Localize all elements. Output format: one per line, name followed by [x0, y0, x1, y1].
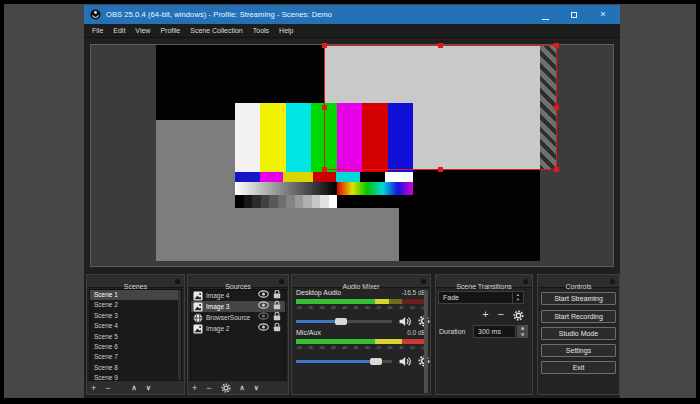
menu-item[interactable]: Scene Collection — [185, 24, 248, 38]
selection-handle[interactable] — [438, 167, 443, 172]
mixer-channel: Mic/Aux 0.0 dB -60 -55 -50 -45 -40 — [296, 329, 426, 368]
scene-list-item[interactable]: Scene 4 — [90, 321, 181, 331]
visibility-eye-icon[interactable] — [258, 312, 269, 323]
start-streaming-button[interactable]: Start Streaming — [541, 292, 616, 305]
selection-handle[interactable] — [322, 43, 327, 48]
title-bar[interactable]: OBS 25.0.4 (64-bit, windows) - Profile: … — [84, 5, 620, 24]
scene-list-item[interactable]: Scene 5 — [90, 332, 181, 342]
selection-handle[interactable] — [438, 43, 443, 48]
smpte-castellation-segment — [313, 172, 336, 182]
controls-header[interactable]: Controls — [538, 275, 619, 288]
start-recording-button[interactable]: Start Recording — [541, 310, 616, 323]
meter-dim-overlay — [389, 299, 424, 304]
remove-scene-button[interactable]: − — [105, 381, 110, 395]
scene-list-item[interactable]: Scene 3 — [90, 311, 181, 321]
smpte-gray-step — [269, 195, 278, 208]
source-color-bars-image[interactable] — [235, 103, 413, 208]
scene-move-down-button[interactable]: ∨ — [146, 381, 151, 395]
smpte-gray-step — [303, 195, 312, 208]
smpte-grayscale-gradient — [235, 182, 337, 195]
add-source-button[interactable]: + — [192, 381, 197, 395]
menu-item[interactable]: Tools — [248, 24, 274, 38]
scene-list-item[interactable]: Scene 6 — [90, 342, 181, 352]
source-properties-gear-icon[interactable] — [221, 383, 231, 393]
selection-handle[interactable] — [554, 43, 559, 48]
meter-tick: -45 — [330, 345, 336, 351]
volume-slider[interactable] — [296, 314, 392, 328]
lock-icon[interactable] — [273, 322, 282, 335]
visibility-eye-icon[interactable] — [258, 290, 269, 301]
meter-tick: -40 — [341, 345, 347, 351]
meter-tick: -40 — [341, 305, 347, 311]
menu-item[interactable]: View — [130, 24, 155, 38]
scenes-panel-header[interactable]: Scenes — [87, 275, 184, 288]
selection-handle[interactable] — [322, 167, 327, 172]
combo-spinner-icon[interactable]: ▴ ▾ — [512, 292, 523, 303]
visibility-eye-icon[interactable] — [258, 301, 269, 312]
smpte-castellation-row — [235, 172, 413, 182]
volume-slider-handle[interactable] — [370, 358, 382, 365]
smpte-bar — [388, 103, 413, 172]
transition-properties-gear-icon[interactable] — [513, 310, 524, 321]
scene-name: Scene 4 — [94, 321, 118, 331]
meter-tick: -60 — [296, 305, 302, 311]
spin-down-icon: ∨ — [521, 332, 525, 338]
scene-list-item[interactable]: Scene 2 — [90, 300, 181, 310]
smpte-bar — [286, 103, 311, 172]
transition-select[interactable]: Fade ▴ ▾ — [438, 291, 524, 304]
preview-area[interactable] — [90, 44, 614, 267]
close-button[interactable]: × — [598, 5, 608, 24]
dock-pin-icon[interactable] — [610, 279, 615, 284]
source-move-down-button[interactable]: ∨ — [254, 381, 259, 395]
scene-list-item[interactable]: Scene 8 — [90, 363, 181, 373]
scene-list-item[interactable]: Scene 1 — [90, 290, 181, 300]
source-list-item[interactable]: Image 3 — [191, 301, 285, 312]
meter-tick: -35 — [353, 345, 359, 351]
visibility-eye-icon[interactable] — [258, 323, 269, 334]
selection-handle[interactable] — [554, 105, 559, 110]
scene-transitions-header[interactable]: Scene Transitions — [436, 275, 532, 288]
source-move-up-button[interactable]: ∧ — [240, 381, 245, 395]
remove-transition-button[interactable]: − — [498, 308, 504, 321]
scene-name: Scene 3 — [94, 311, 118, 321]
source-list-item[interactable]: BrowserSource — [191, 312, 285, 323]
mixer-scrollbar[interactable] — [424, 290, 428, 393]
speaker-icon[interactable] — [398, 356, 412, 367]
meter-tick: -30 — [364, 345, 370, 351]
menu-item[interactable]: Help — [274, 24, 298, 38]
volume-slider-handle[interactable] — [335, 318, 347, 325]
menu-item[interactable]: Profile — [155, 24, 185, 38]
scene-canvas — [156, 45, 540, 261]
dock-pin-icon[interactable] — [279, 279, 284, 284]
dock-pin-icon[interactable] — [175, 279, 180, 284]
selection-handle[interactable] — [322, 105, 327, 110]
add-transition-button[interactable]: + — [482, 308, 488, 321]
exit-button[interactable]: Exit — [541, 361, 616, 374]
scene-name: Scene 8 — [94, 363, 118, 373]
menu-item[interactable]: File — [87, 24, 108, 38]
minimize-button[interactable] — [540, 10, 550, 20]
source-list-item[interactable]: Image 2 — [191, 323, 285, 334]
dock-pin-icon[interactable] — [421, 279, 426, 284]
scene-move-up-button[interactable]: ∧ — [132, 381, 137, 395]
scene-name: Scene 2 — [94, 300, 118, 310]
dock-pin-icon[interactable] — [523, 279, 528, 284]
smpte-gradient-row — [235, 182, 413, 195]
duration-field[interactable]: 300 ms — [473, 325, 516, 338]
duration-spinner[interactable]: ∧ ∨ — [517, 325, 528, 338]
audio-mixer-header[interactable]: Audio Mixer — [292, 275, 430, 288]
scenes-scrollbar[interactable] — [178, 290, 181, 381]
sources-panel-header[interactable]: Sources — [188, 275, 288, 288]
volume-slider[interactable] — [296, 354, 392, 368]
settings-button[interactable]: Settings — [541, 344, 616, 357]
transition-value: Fade — [439, 294, 512, 301]
maximize-button[interactable] — [569, 12, 579, 18]
selection-handle[interactable] — [554, 167, 559, 172]
scene-list-item[interactable]: Scene 7 — [90, 352, 181, 362]
studio-mode-button[interactable]: Studio Mode — [541, 327, 616, 340]
source-list-item[interactable]: Image 4 — [191, 290, 285, 301]
add-scene-button[interactable]: + — [91, 381, 96, 395]
remove-source-button[interactable]: − — [206, 381, 211, 395]
menu-item[interactable]: Edit — [108, 24, 130, 38]
speaker-icon[interactable] — [398, 316, 412, 327]
